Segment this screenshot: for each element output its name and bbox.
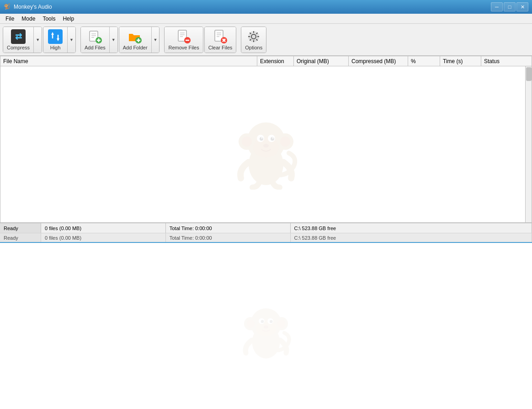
- svg-point-52: [272, 137, 274, 139]
- remove-files-group: Remove Files: [164, 27, 203, 53]
- remove-files-button[interactable]: Remove Files: [165, 27, 202, 53]
- col-time-header[interactable]: Time (s): [440, 56, 481, 66]
- svg-point-57: [247, 319, 255, 328]
- status-ready-shadow: Ready: [0, 233, 41, 242]
- svg-point-47: [257, 135, 264, 142]
- menu-bar: File Mode Tools Help: [0, 14, 532, 24]
- add-files-button[interactable]: Add Files: [81, 27, 109, 53]
- file-list-header: File Name Extension Original (MB) Compre…: [0, 56, 532, 66]
- col-status-header[interactable]: Status: [481, 56, 532, 66]
- clear-files-button[interactable]: Clear Files: [205, 27, 236, 53]
- svg-point-40: [249, 144, 283, 185]
- quality-dropdown[interactable]: ▼: [67, 27, 75, 53]
- svg-point-55: [250, 308, 281, 339]
- add-folder-dropdown[interactable]: ▼: [151, 27, 160, 53]
- svg-point-61: [259, 318, 265, 324]
- file-list-body[interactable]: [0, 66, 532, 222]
- svg-point-48: [268, 135, 275, 142]
- scrollbar[interactable]: [525, 66, 532, 222]
- status-ready: Ready: [0, 223, 41, 233]
- svg-point-45: [280, 136, 290, 146]
- svg-point-49: [260, 137, 263, 140]
- second-window: [0, 242, 532, 409]
- svg-point-65: [264, 325, 268, 328]
- svg-point-41: [247, 122, 285, 161]
- menu-help[interactable]: Help: [59, 15, 78, 23]
- svg-text:⇄: ⇄: [15, 32, 22, 41]
- quality-group: High ▼: [43, 27, 76, 53]
- options-label: Options: [245, 45, 262, 50]
- svg-point-50: [271, 137, 274, 140]
- svg-point-53: [263, 144, 269, 147]
- remove-files-label: Remove Files: [168, 45, 199, 50]
- status-space-shadow: C:\ 523.88 GB free: [291, 233, 532, 242]
- status-disk-space: C:\ 523.88 GB free: [291, 223, 532, 233]
- app-icon: 🐒: [4, 3, 11, 11]
- add-files-label: Add Files: [85, 45, 106, 50]
- second-file-body: [0, 243, 532, 409]
- col-compressed-header[interactable]: Compressed (MB): [349, 56, 408, 66]
- col-filename-header[interactable]: File Name: [0, 56, 257, 66]
- menu-file[interactable]: File: [2, 15, 18, 23]
- monkey-watermark-2: [229, 289, 303, 363]
- svg-point-54: [252, 325, 280, 358]
- quality-button[interactable]: High: [43, 27, 67, 53]
- monkey-watermark: [220, 98, 312, 191]
- menu-mode[interactable]: Mode: [18, 15, 39, 23]
- svg-point-42: [239, 133, 255, 150]
- menu-tools[interactable]: Tools: [39, 15, 59, 23]
- add-folder-icon: [128, 29, 143, 44]
- compress-group: ⇄ Compress ▼: [3, 27, 42, 53]
- status-files: 0 files (0.00 MB): [41, 223, 166, 233]
- clear-files-label: Clear Files: [208, 45, 233, 50]
- svg-point-64: [270, 320, 272, 323]
- minimize-button[interactable]: ─: [491, 2, 503, 11]
- scroll-thumb[interactable]: [526, 67, 532, 81]
- add-files-dropdown[interactable]: ▼: [109, 27, 117, 53]
- clear-files-group: Clear Files: [204, 27, 237, 53]
- add-files-icon: [88, 29, 102, 44]
- col-percent-header[interactable]: %: [408, 56, 440, 66]
- options-button[interactable]: Options: [241, 27, 266, 53]
- compress-button[interactable]: ⇄ Compress: [3, 27, 33, 53]
- title-bar: 🐒 Monkey's Audio ─ □ ✕: [0, 0, 532, 14]
- compress-dropdown[interactable]: ▼: [33, 27, 42, 53]
- svg-point-59: [277, 319, 286, 328]
- add-folder-label: Add Folder: [123, 45, 148, 50]
- status-bar-shadow: Ready 0 files (0.00 MB) Total Time: 0:00…: [0, 233, 532, 242]
- status-time-shadow: Total Time: 0:00:00: [166, 233, 291, 242]
- status-bar: Ready 0 files (0.00 MB) Total Time: 0:00…: [0, 223, 532, 233]
- compress-icon: ⇄: [11, 29, 26, 44]
- col-extension-header[interactable]: Extension: [257, 56, 294, 66]
- window-controls: ─ □ ✕: [491, 2, 528, 11]
- quality-label: High: [50, 45, 61, 50]
- svg-point-60: [256, 320, 277, 336]
- toolbar: ⇄ Compress ▼ High ▼: [0, 24, 532, 56]
- svg-point-62: [267, 318, 273, 324]
- compress-label: Compress: [7, 45, 30, 50]
- clear-files-icon: [213, 29, 228, 44]
- add-files-group: Add Files ▼: [80, 27, 118, 53]
- svg-point-51: [261, 137, 263, 139]
- remove-files-icon: [176, 29, 191, 44]
- options-icon: [246, 29, 261, 44]
- maximize-button[interactable]: □: [504, 2, 516, 11]
- status-files-shadow: 0 files (0.00 MB): [41, 233, 166, 242]
- add-folder-button[interactable]: Add Folder: [119, 27, 151, 53]
- svg-point-44: [277, 133, 293, 150]
- close-button[interactable]: ✕: [516, 2, 528, 11]
- options-group: Options: [241, 27, 266, 53]
- svg-rect-2: [48, 29, 63, 44]
- svg-point-46: [253, 137, 279, 157]
- app-title: Monkey's Audio: [14, 4, 488, 10]
- svg-point-58: [275, 317, 288, 330]
- col-original-header[interactable]: Original (MB): [294, 56, 349, 66]
- svg-point-56: [244, 317, 257, 330]
- quality-icon: [48, 29, 63, 44]
- status-total-time: Total Time: 0:00:00: [166, 223, 291, 233]
- file-list-container: File Name Extension Original (MB) Compre…: [0, 56, 532, 223]
- svg-point-43: [242, 136, 252, 146]
- svg-point-63: [261, 320, 264, 323]
- add-folder-group: Add Folder ▼: [119, 27, 160, 53]
